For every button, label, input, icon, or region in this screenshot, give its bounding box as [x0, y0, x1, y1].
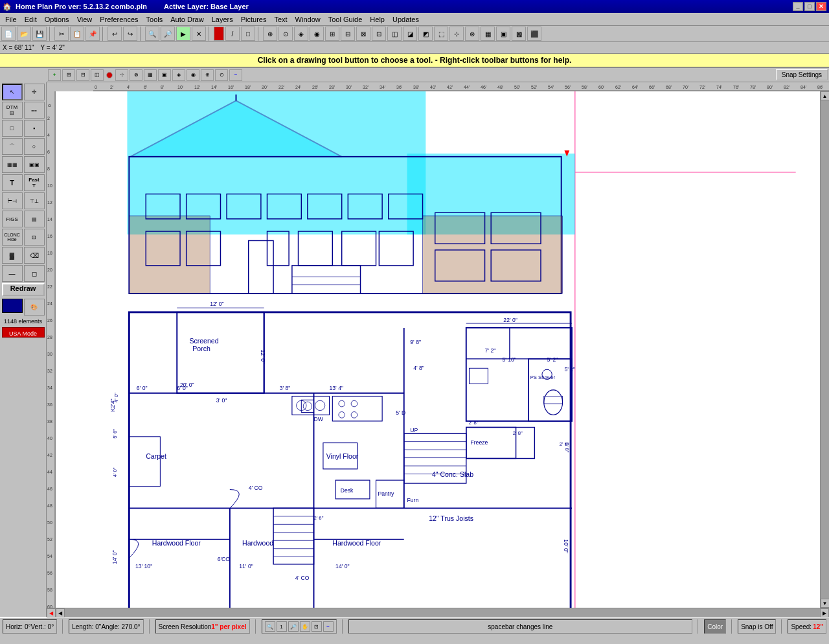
menu-options[interactable]: Options [41, 14, 73, 25]
cross-tool[interactable]: ✛ [24, 84, 45, 100]
snap-btn-6[interactable]: ▦ [144, 69, 157, 81]
tb-btn-r[interactable]: ⬛ [527, 27, 541, 41]
figs2-tool[interactable]: ▤ [24, 211, 45, 227]
menu-toolguide[interactable]: Tool Guide [324, 14, 367, 25]
snap-btn-3[interactable]: ◫ [91, 69, 104, 81]
undo-button[interactable]: ↩ [108, 27, 122, 41]
tb-btn-o[interactable]: ▦ [481, 27, 495, 41]
zoom-in-button[interactable]: 🔍 [145, 27, 159, 41]
redraw-button[interactable]: Redraw [2, 283, 45, 296]
tb-btn-p[interactable]: ▣ [496, 27, 510, 41]
menu-pictures[interactable]: Pictures [237, 14, 271, 25]
drawing-canvas[interactable]: Screened Porch 12' 0" [56, 91, 820, 608]
select-tool[interactable]: ↖ [2, 84, 23, 100]
zoom-out-status[interactable]: 🔍 [265, 621, 275, 632]
rect-fill-tool[interactable]: ▪ [24, 120, 45, 137]
delete-button[interactable]: ✕ [192, 27, 206, 41]
wall-tool[interactable]: ▦▦ [2, 156, 23, 173]
zoom-in-status[interactable]: 🔎 [288, 621, 299, 632]
tb-btn-e[interactable]: ⊞ [325, 27, 339, 41]
square2-tool[interactable]: ◻ [24, 265, 45, 282]
horizontal-scrollbar[interactable]: ◀ ◀ ▶ [47, 608, 829, 617]
fill-tool[interactable]: ▓ [2, 247, 23, 264]
scroll-up-button[interactable]: ▲ [821, 91, 830, 100]
fasttext-tool[interactable]: FastT [24, 174, 45, 191]
copy-button[interactable]: 📋 [70, 27, 84, 41]
menu-file[interactable]: File [1, 14, 21, 25]
tb-btn-i[interactable]: ◫ [387, 27, 402, 41]
menu-window[interactable]: Window [291, 14, 324, 25]
tb-btn-n[interactable]: ⊗ [465, 27, 479, 41]
tb-btn-q[interactable]: ▩ [512, 27, 526, 41]
rect-tool[interactable]: □ [241, 27, 255, 41]
color-swatch[interactable] [2, 299, 23, 313]
wall2-tool[interactable]: ▣▣ [24, 156, 45, 173]
save-button[interactable]: 💾 [32, 27, 47, 41]
cut-button[interactable]: ✂ [54, 27, 69, 41]
zoom-out-button[interactable]: 🔎 [161, 27, 175, 41]
clone-tool[interactable]: CLONCHide [2, 229, 23, 246]
pan-button[interactable]: ✋ [300, 621, 310, 632]
menu-tools[interactable]: Tools [142, 14, 167, 25]
tb-btn-j[interactable]: ◪ [403, 27, 417, 41]
snap-btn-minus[interactable]: − [229, 69, 242, 81]
snap-btn-11[interactable]: ⊙ [215, 69, 228, 81]
dim2-tool[interactable]: ⊤⊥ [24, 192, 45, 209]
tb-btn-m[interactable]: ⊹ [449, 27, 464, 41]
menu-layers[interactable]: Layers [208, 14, 237, 25]
tb-btn-l[interactable]: ⬚ [434, 27, 448, 41]
menu-autodraw[interactable]: Auto Draw [166, 14, 207, 25]
maximize-button[interactable]: □ [804, 2, 815, 11]
close-button[interactable]: ✕ [816, 2, 826, 11]
menu-text[interactable]: Text [270, 14, 291, 25]
figs-tool[interactable]: FIGS [2, 211, 23, 227]
tb-btn-d[interactable]: ◉ [310, 27, 324, 41]
text-tool[interactable]: T [2, 174, 23, 191]
circle-tool[interactable]: ○ [24, 138, 45, 155]
snap-settings-button[interactable]: Snap Settings [776, 69, 828, 80]
titlebar-controls[interactable]: _ □ ✕ [793, 2, 826, 11]
tb-btn-k[interactable]: ◩ [418, 27, 433, 41]
menu-edit[interactable]: Edit [21, 14, 41, 25]
snap-btn-8[interactable]: ◈ [172, 69, 185, 81]
square-tool[interactable]: □ [2, 120, 23, 137]
menu-preferences[interactable]: Preferences [96, 14, 142, 25]
snap-btn-9[interactable]: ◉ [187, 69, 199, 81]
dtm2-tool[interactable]: ••• [24, 102, 45, 119]
tb-btn-b[interactable]: ⊙ [278, 27, 293, 41]
tb-btn-g[interactable]: ⊠ [356, 27, 370, 41]
snap-btn-plus[interactable]: + [48, 69, 61, 81]
snap-btn-4[interactable]: ⊹ [115, 69, 128, 81]
menu-view[interactable]: View [73, 14, 97, 25]
line-tool[interactable]: / [225, 27, 240, 41]
dim-tool[interactable]: ⊢⊣ [2, 192, 23, 209]
snap-btn-5[interactable]: ⊗ [130, 69, 142, 81]
color-status[interactable]: Color [704, 619, 726, 634]
zoom-100-status[interactable]: 1 [277, 621, 287, 632]
dtm-tool[interactable]: DTM⊞ [2, 102, 23, 119]
scroll-track[interactable] [821, 100, 830, 599]
tb-btn-f[interactable]: ⊟ [341, 27, 355, 41]
new-button[interactable]: 📄 [1, 27, 16, 41]
scroll-htrack[interactable] [65, 608, 820, 617]
menu-help[interactable]: Help [366, 14, 389, 25]
snap-btn-10[interactable]: ⊕ [201, 69, 214, 81]
scrollbar-right[interactable]: ▲ ▼ [820, 91, 829, 608]
menu-updates[interactable]: Updates [389, 14, 423, 25]
scroll-down-button[interactable]: ▼ [821, 599, 830, 608]
tb-btn-a[interactable]: ⊕ [263, 27, 277, 41]
tb-btn-h[interactable]: ⊡ [372, 27, 386, 41]
color-red[interactable] [214, 27, 224, 41]
clone2-tool[interactable]: ⊡ [24, 229, 45, 246]
redo-button[interactable]: ↪ [123, 27, 137, 41]
tb-btn-c[interactable]: ◈ [294, 27, 308, 41]
open-button[interactable]: 📂 [17, 27, 31, 41]
minimize-button[interactable]: _ [793, 2, 803, 11]
snap-btn-1[interactable]: ⊞ [62, 69, 75, 81]
line-h-tool[interactable]: — [2, 265, 23, 282]
snap-btn-7[interactable]: ▣ [158, 69, 171, 81]
paste-button[interactable]: 📌 [85, 27, 100, 41]
color-picker[interactable]: 🎨 [24, 299, 45, 316]
arc-tool[interactable]: ⌒ [2, 138, 23, 155]
scroll-left-button[interactable]: ◀ [56, 608, 65, 617]
